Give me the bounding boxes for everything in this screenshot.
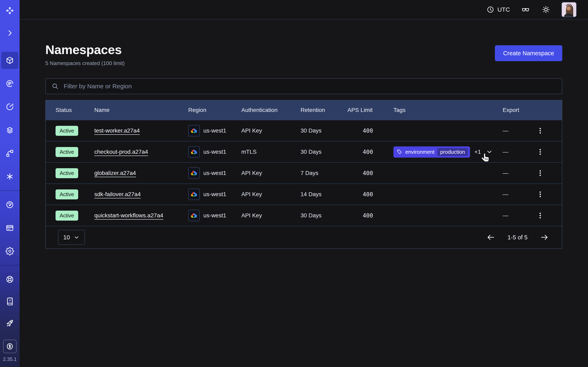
auth-cell: API Key <box>241 170 301 176</box>
row-menu-button[interactable] <box>535 189 545 199</box>
namespace-link[interactable]: checkout-prod.a27a4 <box>94 149 148 155</box>
region-label: us-west1 <box>203 170 226 176</box>
aps-limit-cell: 400 <box>347 191 373 198</box>
sun-icon <box>542 5 550 14</box>
pagination-range: 1-5 of 5 <box>508 234 527 241</box>
gcp-cloud-icon <box>188 210 200 221</box>
export-cell: — <box>503 212 535 219</box>
tag-key: environment <box>405 149 434 155</box>
col-header-tags: Tags <box>373 107 503 113</box>
status-badge: Active <box>56 168 78 178</box>
region-label: us-west1 <box>203 149 226 155</box>
status-badge: Active <box>56 189 78 200</box>
auth-cell: API Key <box>241 191 301 198</box>
col-header-region: Region <box>188 107 241 113</box>
theme-toggle-button[interactable] <box>541 5 551 15</box>
row-menu-button[interactable] <box>535 211 545 220</box>
table-header: Status Name Region Authentication Retent… <box>46 100 562 120</box>
sidebar-item-usage[interactable] <box>1 196 18 213</box>
namespace-link[interactable]: sdk-failover.a27a4 <box>94 191 141 198</box>
export-cell: — <box>503 127 535 134</box>
timezone-label: UTC <box>497 6 510 13</box>
sidebar-item-deployments[interactable] <box>1 122 18 139</box>
sidebar-item-billing[interactable] <box>1 219 18 236</box>
main-content: Namespaces 5 Namespaces created (100 lim… <box>20 20 588 367</box>
status-badge: Active <box>56 126 78 136</box>
row-menu-button[interactable] <box>535 147 545 157</box>
clock-icon <box>487 6 494 13</box>
tag-more-count[interactable]: +1 <box>475 149 481 155</box>
retention-cell: 7 Days <box>301 170 347 176</box>
table-body: Active test-worker.a27a4 us-w <box>46 120 562 226</box>
table-row: Active checkout-prod.a27a4 us <box>46 141 562 162</box>
chevron-down-icon <box>73 234 80 240</box>
region-cell: us-west1 <box>188 146 241 158</box>
aps-limit-cell: 400 <box>347 170 373 176</box>
user-avatar[interactable] <box>562 2 577 17</box>
region-label: us-west1 <box>203 212 226 219</box>
gcp-cloud-icon <box>188 167 200 179</box>
auth-cell: API Key <box>241 212 301 219</box>
sidebar-item-schedules[interactable] <box>1 98 18 115</box>
col-header-status: Status <box>56 107 94 113</box>
retention-cell: 14 Days <box>301 191 347 198</box>
region-cell: us-west1 <box>188 167 241 179</box>
table-row: Active globalizer.a27a4 us-we <box>46 162 562 184</box>
col-header-retention: Retention <box>301 107 347 113</box>
col-header-authentication: Authentication <box>241 107 301 113</box>
region-cell: us-west1 <box>188 125 241 136</box>
accessibility-glasses-button[interactable] <box>521 5 530 15</box>
auth-cell: API Key <box>241 127 301 134</box>
topbar: UTC <box>20 0 588 20</box>
kebab-icon <box>536 190 544 198</box>
retention-cell: 30 Days <box>301 149 347 155</box>
sidebar: 2.35.1 <box>0 0 20 367</box>
export-cell: — <box>503 170 535 176</box>
tag-value: production <box>437 148 468 156</box>
filter-input[interactable] <box>45 78 562 94</box>
region-label: us-west1 <box>203 191 226 198</box>
row-menu-button[interactable] <box>535 126 545 136</box>
table-row: Active quickstart-workflows.a27a4 <box>46 205 562 226</box>
region-label: us-west1 <box>203 127 226 134</box>
aps-limit-cell: 400 <box>347 127 373 134</box>
region-cell: us-west1 <box>188 189 241 200</box>
namespace-link[interactable]: quickstart-workflows.a27a4 <box>94 212 163 219</box>
sidebar-expand-button[interactable] <box>1 25 18 42</box>
app-version: 2.35.1 <box>3 356 17 362</box>
next-page-button[interactable] <box>539 232 550 243</box>
sidebar-item-namespaces[interactable] <box>1 52 18 69</box>
sidebar-item-getting-started[interactable] <box>1 315 18 332</box>
gcp-cloud-icon <box>188 189 200 200</box>
tag-chip[interactable]: environment production <box>393 146 470 158</box>
page-size-value: 10 <box>63 234 70 241</box>
status-badge: Active <box>56 147 78 157</box>
search-icon <box>52 83 59 90</box>
sidebar-item-batch-operations[interactable] <box>1 168 18 185</box>
timezone-selector[interactable]: UTC <box>487 6 510 13</box>
row-menu-button[interactable] <box>535 168 545 178</box>
sidebar-item-workflows[interactable] <box>1 75 18 92</box>
col-header-export: Export <box>503 107 535 113</box>
create-namespace-button[interactable]: Create Namespace <box>495 45 562 61</box>
tag-group: environment production +1 <box>393 146 493 158</box>
plan-badge-button[interactable] <box>3 340 17 353</box>
sidebar-divider <box>0 265 20 266</box>
sidebar-item-docs[interactable] <box>1 293 18 310</box>
tag-expand-chevron[interactable] <box>485 148 493 156</box>
namespace-link[interactable]: globalizer.a27a4 <box>94 170 136 176</box>
retention-cell: 30 Days <box>301 212 347 219</box>
sidebar-item-nexus[interactable] <box>1 145 18 162</box>
temporal-logo-icon[interactable] <box>1 2 18 19</box>
page-size-select[interactable]: 10 <box>58 230 85 245</box>
page-subtitle: 5 Namespaces created (100 limit) <box>45 60 125 67</box>
app-window: 2.35.1 UTC <box>0 0 588 367</box>
kebab-icon <box>536 169 544 177</box>
sidebar-item-support[interactable] <box>1 271 18 288</box>
prev-page-button[interactable] <box>485 232 496 243</box>
namespace-link[interactable]: test-worker.a27a4 <box>94 127 140 134</box>
sidebar-item-settings[interactable] <box>1 243 18 260</box>
export-cell: — <box>503 149 535 155</box>
kebab-icon <box>536 148 544 156</box>
page-title: Namespaces <box>45 42 125 57</box>
